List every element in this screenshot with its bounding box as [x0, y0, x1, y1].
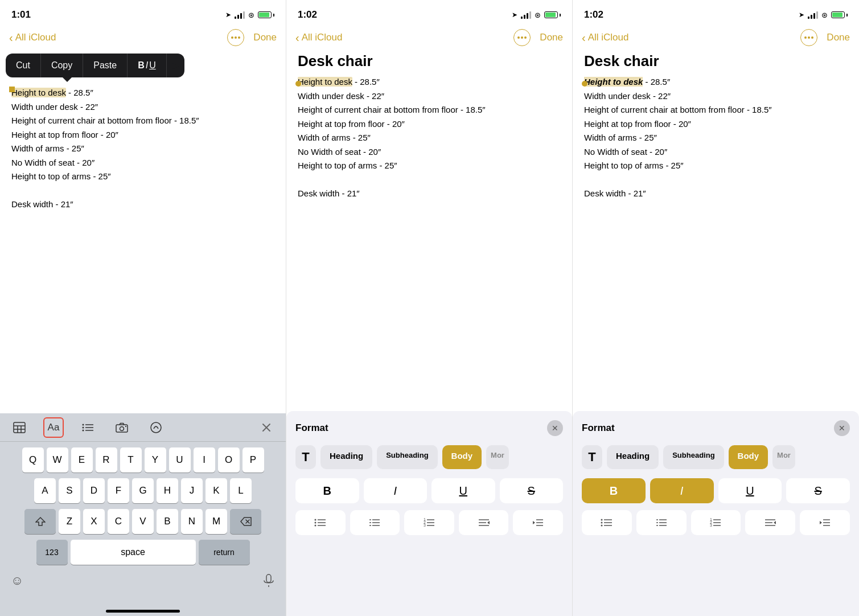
emoji-icon[interactable]: ☺	[7, 570, 27, 591]
key-shift[interactable]	[24, 509, 56, 534]
bullet-list-btn-3[interactable]	[582, 510, 632, 535]
table-icon[interactable]	[9, 417, 30, 438]
key-w[interactable]: W	[47, 447, 68, 473]
format-style-body-3[interactable]: Body	[729, 445, 768, 469]
key-delete[interactable]	[230, 509, 261, 534]
more-button-3[interactable]	[800, 29, 817, 46]
key-b[interactable]: B	[157, 509, 178, 534]
bullet-list-btn-2[interactable]	[295, 510, 346, 535]
format-style-more[interactable]: Mor	[486, 445, 509, 469]
key-d[interactable]: D	[83, 478, 105, 503]
format-italic-btn-2[interactable]: I	[364, 478, 428, 503]
indent-btn-2[interactable]	[513, 510, 563, 535]
key-q[interactable]: Q	[22, 447, 44, 473]
nav-bar-3: ‹ All iCloud Done	[573, 25, 859, 50]
note-content-3[interactable]: Height to desk - 28.5″ Width under desk …	[584, 76, 848, 200]
key-c[interactable]: C	[108, 509, 129, 534]
key-r[interactable]: R	[96, 447, 117, 473]
format-style-heading-3[interactable]: Heading	[607, 445, 659, 469]
cut-button[interactable]: Cut	[6, 54, 41, 77]
key-x[interactable]: X	[83, 509, 105, 534]
p2-line-2: Width under desk - 22″	[298, 90, 561, 103]
key-m[interactable]: M	[205, 509, 227, 534]
format-aa-icon[interactable]: Aa	[43, 417, 64, 438]
key-u[interactable]: U	[169, 447, 191, 473]
format-style-subheading-3[interactable]: Subheading	[663, 445, 724, 469]
biu-button[interactable]: BIU	[128, 54, 167, 77]
more-button-2[interactable]	[513, 29, 531, 46]
back-button-2[interactable]: ‹ All iCloud	[295, 31, 342, 44]
home-indicator-1	[106, 610, 180, 613]
note-content-1[interactable]: Height to desk - 28.5″ Width under desk …	[11, 87, 274, 211]
key-a[interactable]: A	[34, 478, 56, 503]
key-j[interactable]: J	[181, 478, 203, 503]
key-k[interactable]: K	[205, 478, 227, 503]
done-button-2[interactable]: Done	[540, 32, 563, 43]
format-italic-btn-3[interactable]: I	[650, 478, 714, 503]
align-btn-3[interactable]	[745, 510, 795, 535]
format-strikethrough-btn-3[interactable]: S	[786, 478, 850, 503]
close-icon[interactable]	[256, 417, 277, 438]
paste-button[interactable]: Paste	[83, 54, 128, 77]
format-bold-btn-3[interactable]: B	[582, 478, 646, 503]
battery-icon-3	[831, 11, 848, 18]
dash-list-btn-2[interactable]	[350, 510, 400, 535]
key-g[interactable]: G	[132, 478, 154, 503]
numbered-list-btn-2[interactable]: 1 2 3	[404, 510, 454, 535]
key-t[interactable]: T	[120, 447, 142, 473]
p2-line-9: Desk width - 21″	[298, 187, 561, 200]
dash-list-btn-3[interactable]	[636, 510, 687, 535]
key-e[interactable]: E	[71, 447, 93, 473]
format-style-title-3[interactable]: T	[582, 445, 602, 469]
format-style-heading[interactable]: Heading	[320, 445, 372, 469]
note-line-8	[11, 184, 274, 198]
key-i[interactable]: I	[194, 447, 215, 473]
key-v[interactable]: V	[132, 509, 154, 534]
mic-icon[interactable]	[258, 570, 279, 591]
format-underline-btn-2[interactable]: U	[431, 478, 495, 503]
key-123[interactable]: 123	[36, 540, 68, 565]
indent-btn-3[interactable]	[800, 510, 850, 535]
menu-more[interactable]: ▶	[167, 54, 184, 77]
format-close-2[interactable]: ✕	[547, 420, 563, 436]
key-n[interactable]: N	[181, 509, 203, 534]
p3-line-8	[584, 174, 848, 187]
key-l[interactable]: L	[230, 478, 252, 503]
format-panel-3: Format ✕ T Heading Subheading Body Mor B…	[573, 411, 859, 616]
format-underline-btn-3[interactable]: U	[718, 478, 782, 503]
more-button-1[interactable]	[227, 29, 244, 46]
copy-button[interactable]: Copy	[41, 54, 83, 77]
status-time-3: 1:02	[584, 9, 603, 20]
dot-2	[235, 36, 237, 39]
status-icons-1: ➤ ⊛	[225, 11, 274, 19]
format-style-body[interactable]: Body	[442, 445, 482, 469]
numbered-list-btn-3[interactable]: 1 2 3	[691, 510, 741, 535]
format-style-title[interactable]: T	[295, 445, 316, 469]
keyboard-toolbar: Aa	[0, 413, 286, 442]
done-button-1[interactable]: Done	[253, 32, 277, 43]
key-s[interactable]: S	[59, 478, 80, 503]
format-list-row-3: 1 2 3	[582, 510, 850, 535]
format-close-3[interactable]: ✕	[834, 420, 850, 436]
key-o[interactable]: O	[218, 447, 240, 473]
align-btn-2[interactable]	[459, 510, 509, 535]
key-z[interactable]: Z	[59, 509, 80, 534]
p2-line-7: Height to top of arms - 25″	[298, 159, 561, 173]
key-space[interactable]: space	[71, 540, 196, 565]
list-icon[interactable]	[77, 417, 98, 438]
back-button-1[interactable]: ‹ All iCloud	[9, 31, 56, 44]
camera-icon[interactable]	[112, 417, 132, 438]
note-content-2[interactable]: Height to desk - 28.5″ Width under desk …	[298, 76, 561, 200]
markup-icon[interactable]	[146, 417, 166, 438]
format-style-more-3[interactable]: Mor	[772, 445, 795, 469]
format-bold-btn-2[interactable]: B	[295, 478, 359, 503]
done-button-3[interactable]: Done	[827, 32, 850, 43]
key-p[interactable]: P	[243, 447, 264, 473]
format-strikethrough-btn-2[interactable]: S	[500, 478, 564, 503]
key-y[interactable]: Y	[145, 447, 166, 473]
format-style-subheading[interactable]: Subheading	[377, 445, 437, 469]
key-return[interactable]: return	[199, 540, 250, 565]
key-f[interactable]: F	[108, 478, 129, 503]
back-button-3[interactable]: ‹ All iCloud	[582, 31, 628, 44]
key-h[interactable]: H	[157, 478, 178, 503]
